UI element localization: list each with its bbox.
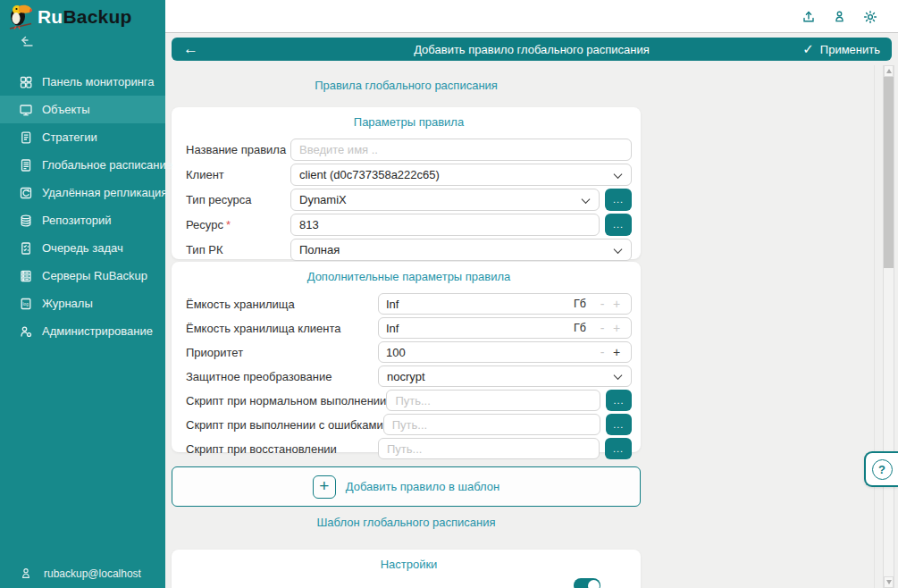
client-storage-capacity-stepper[interactable]: Гб - + (378, 317, 632, 339)
form-row-backup-type: Тип РК Полная (186, 239, 632, 261)
upload-button[interactable] (801, 10, 816, 24)
form-row-crypt: Защитное преобразование nocrypt (186, 365, 632, 387)
scroll-down-button[interactable] (884, 576, 894, 588)
svg-text:log: log (23, 301, 29, 306)
toggle-knob (588, 580, 600, 588)
upload-icon (801, 10, 816, 24)
sidebar-item-repository[interactable]: Репозиторий (0, 206, 165, 234)
chevron-down-icon (582, 195, 591, 204)
content-scroll-area: ← Добавить правило глобального расписани… (165, 34, 898, 588)
backup-type-select[interactable]: Полная (290, 239, 632, 261)
add-rule-to-template-button[interactable]: + Добавить правило в шаблон (172, 466, 641, 507)
app-title: RuBackup (38, 6, 131, 28)
sidebar-item-label: Объекты (42, 103, 90, 116)
unit-label: Гб (574, 322, 586, 334)
apply-button[interactable]: ✓ Применить (802, 38, 880, 61)
field-label: Приоритет (186, 346, 378, 359)
collapse-sidebar-icon[interactable] (21, 36, 34, 49)
section-title-template: Шаблон глобального расписания (172, 516, 641, 529)
increment-button[interactable]: + (609, 345, 624, 359)
storage-capacity-stepper[interactable]: Гб - + (378, 293, 632, 315)
chevron-down-icon (614, 245, 623, 254)
increment-button[interactable]: + (609, 321, 624, 335)
selected-value: DynamiX (299, 193, 347, 206)
triangle-down-icon (886, 580, 892, 584)
form-row-storage-capacity: Ёмкость хранилища Гб - + (186, 293, 632, 315)
decrement-button[interactable]: - (595, 345, 609, 359)
sidebar-item-global-schedule[interactable]: Глобальное расписание (0, 151, 165, 179)
question-icon: ? (872, 459, 893, 480)
schedule-document-icon (19, 158, 33, 172)
field-label: Скрипт при выполнении с ошибками (186, 418, 383, 432)
add-rule-label: Добавить правило в шаблон (346, 480, 500, 493)
priority-input[interactable] (386, 346, 595, 359)
sidebar-item-journals[interactable]: log Журналы (0, 290, 165, 317)
sidebar-item-strategies[interactable]: Стратегии (0, 123, 165, 151)
user-icon (20, 567, 32, 580)
resource-more-button[interactable]: ... (605, 214, 632, 236)
card-title: Настройки (186, 558, 632, 571)
back-button[interactable]: ← (183, 38, 198, 61)
monitor-icon (19, 103, 33, 117)
scroll-up-button[interactable] (884, 65, 894, 77)
current-user[interactable]: rubackup@localhost (20, 567, 141, 580)
field-label: Тип ресурса (186, 193, 290, 206)
sidebar-item-objects[interactable]: Объекты (0, 96, 165, 123)
sidebar-nav: Панель мониторинга Объекты Стратегии Гло… (0, 68, 165, 345)
settings-button[interactable] (863, 10, 877, 24)
field-label: Ёмкость хранилища клиента (186, 322, 378, 335)
sidebar-item-label: Удалённая репликация (42, 186, 167, 199)
decrement-button[interactable]: - (595, 297, 609, 311)
rubackup-logo: RuBackup (7, 3, 131, 31)
resource-input[interactable] (290, 214, 600, 236)
sidebar-item-administration[interactable]: Администрирование (0, 317, 165, 345)
script-restore-browse-button[interactable]: ... (605, 438, 632, 459)
priority-stepper[interactable]: - + (378, 341, 632, 363)
toucan-logo-icon (7, 3, 34, 31)
dashboard-icon (19, 75, 33, 89)
script-error-input[interactable] (383, 414, 600, 435)
increment-button[interactable]: + (609, 297, 624, 311)
section-title-rules: Правила глобального расписания (172, 79, 641, 92)
help-button[interactable]: ? (864, 451, 898, 487)
main-area: ← Добавить правило глобального расписани… (165, 0, 898, 588)
settings-toggle[interactable] (574, 578, 600, 588)
page-title: Добавить правило глобального расписания (172, 43, 892, 56)
script-normal-input[interactable] (386, 390, 600, 411)
form-row-script-error: Скрипт при выполнении с ошибками ... (186, 414, 632, 435)
resource-type-more-button[interactable]: ... (605, 189, 632, 211)
sidebar-item-label: Репозиторий (42, 214, 111, 227)
rule-params-card: Параметры правила Название правила Клиен… (172, 107, 641, 259)
script-normal-browse-button[interactable]: ... (606, 390, 632, 411)
field-label: Скрипт при восстановлении (186, 442, 378, 456)
sidebar-item-label: Серверы RuBackup (42, 269, 147, 282)
scrollbar-thumb[interactable] (884, 77, 894, 268)
document-icon (19, 130, 33, 145)
user-icon (833, 10, 846, 23)
storage-capacity-input[interactable] (386, 298, 570, 311)
apply-label: Применить (820, 43, 880, 56)
profile-button[interactable] (833, 10, 846, 23)
log-icon: log (19, 297, 33, 311)
sidebar-item-remote-replication[interactable]: Удалённая репликация (0, 179, 165, 206)
sidebar: RuBackup Панель мониторинга Объекты (0, 0, 165, 588)
card-title: Параметры правила (186, 115, 632, 129)
sidebar-item-task-queue[interactable]: Очередь задач (0, 234, 165, 262)
field-label: Тип РК (186, 243, 290, 256)
client-select[interactable]: client (d0c737358a222c65) (290, 164, 632, 186)
resource-type-select[interactable]: DynamiX (290, 189, 600, 211)
sidebar-item-label: Очередь задач (42, 241, 123, 255)
sidebar-item-monitoring-panel[interactable]: Панель мониторинга (0, 68, 165, 96)
script-restore-input[interactable] (378, 438, 600, 459)
sidebar-item-rubackup-servers[interactable]: Серверы RuBackup (0, 262, 165, 290)
crypt-select[interactable]: nocrypt (378, 365, 632, 387)
rule-name-input[interactable] (290, 139, 632, 161)
field-label: Клиент (186, 168, 290, 181)
client-storage-capacity-input[interactable] (386, 322, 570, 335)
field-label: Название правила (186, 143, 290, 156)
settings-card: Настройки (172, 550, 641, 588)
script-error-browse-button[interactable]: ... (606, 414, 632, 435)
vertical-scrollbar[interactable] (883, 65, 894, 588)
form-row-client-storage-capacity: Ёмкость хранилища клиента Гб - + (186, 317, 632, 339)
decrement-button[interactable]: - (595, 321, 609, 335)
